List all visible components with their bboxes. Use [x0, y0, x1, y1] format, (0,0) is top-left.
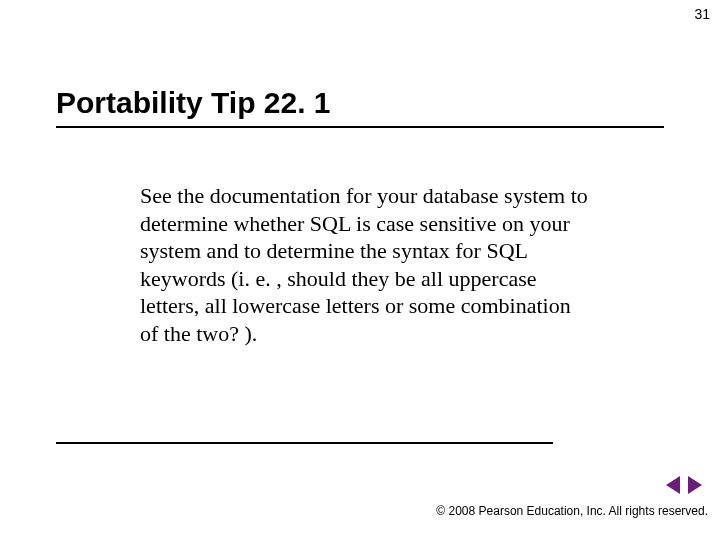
slide-title: Portability Tip 22. 1 [56, 86, 664, 120]
body-paragraph: See the documentation for your database … [140, 182, 590, 347]
next-slide-icon[interactable] [688, 476, 702, 494]
title-block: Portability Tip 22. 1 [56, 86, 664, 128]
title-underline [56, 126, 664, 128]
bottom-rule [56, 442, 553, 444]
prev-slide-icon[interactable] [666, 476, 680, 494]
page-number: 31 [694, 6, 710, 22]
slide-nav [666, 476, 702, 494]
copyright-footer: © 2008 Pearson Education, Inc. All right… [436, 504, 708, 518]
slide: 31 Portability Tip 22. 1 See the documen… [0, 0, 720, 540]
